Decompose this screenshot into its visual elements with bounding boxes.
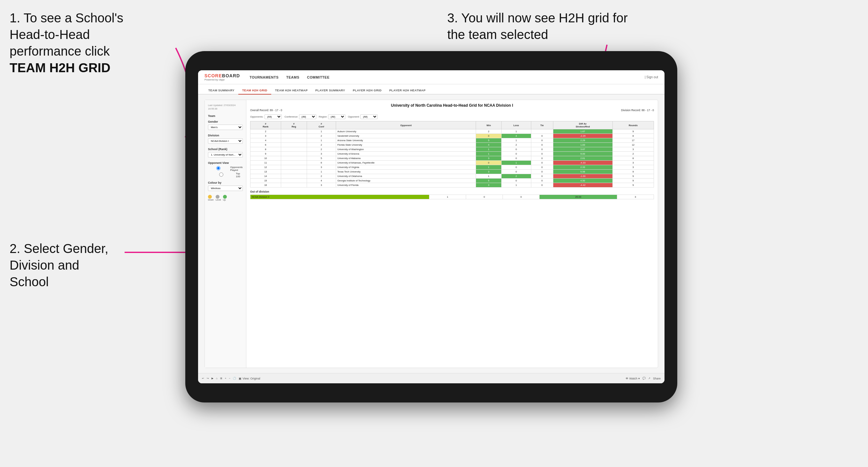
- cell-conf: 3: [307, 165, 336, 169]
- top100-radio[interactable]: Top 100: [208, 172, 243, 178]
- logo-text: SCOREBOARD: [205, 73, 240, 78]
- opponents-filter: Opponents: (All): [250, 114, 282, 119]
- cell-opponent: Texas Tech University: [336, 169, 476, 174]
- sub-nav-team-h2h-grid[interactable]: TEAM H2H GRID: [238, 87, 271, 95]
- cell-tie: 0: [531, 156, 553, 161]
- grid-icon[interactable]: ⊞: [220, 377, 222, 380]
- cell-conf: 4: [307, 179, 336, 183]
- col-diff: Diff AvStrokes/Rnd: [553, 121, 613, 129]
- sign-out[interactable]: | Sign out: [645, 75, 658, 79]
- step3-annotation: 3. You will now see H2H grid for the tea…: [447, 9, 639, 43]
- nav-tournaments[interactable]: TOURNAMENTS: [249, 74, 279, 81]
- nav-teams[interactable]: TEAMS: [286, 74, 299, 81]
- cell-conf: 2: [307, 134, 336, 138]
- clock-icon[interactable]: 🕐: [233, 377, 236, 380]
- cell-rounds: 9: [613, 183, 654, 187]
- table-row: 2 1 Auburn University 2 1 1.67 9: [250, 129, 654, 134]
- redo-icon[interactable]: ↪: [207, 377, 209, 380]
- plus-icon[interactable]: +: [225, 377, 226, 380]
- cell-reg: [281, 129, 307, 134]
- cell-loss: 4: [501, 134, 531, 138]
- home-icon[interactable]: ⌂: [216, 377, 218, 380]
- grid-title: University of North Carolina Head-to-Hea…: [250, 103, 654, 107]
- cell-rounds: 8: [613, 134, 654, 138]
- sub-nav-player-h2h-heatmap[interactable]: PLAYER H2H HEATMAP: [385, 87, 429, 95]
- cell-opponent: Arizona State University: [336, 138, 476, 143]
- cell-reg: [281, 152, 307, 156]
- comment-icon[interactable]: 💬: [643, 377, 646, 380]
- cell-diff: 2.29: [553, 138, 613, 143]
- school-select[interactable]: 1. University of Nort...: [208, 152, 243, 157]
- watch-btn[interactable]: 👁 Watch ▾: [625, 377, 640, 380]
- division-select[interactable]: NCAA Division I: [208, 138, 243, 144]
- cell-reg: [281, 147, 307, 152]
- out-div-win: 1: [429, 195, 466, 199]
- cell-rounds: 9: [613, 174, 654, 179]
- sub-nav-player-h2h-grid[interactable]: PLAYER H2H GRID: [349, 87, 385, 95]
- share-btn[interactable]: Share: [653, 377, 661, 380]
- cell-opponent: University of Arizona: [336, 152, 476, 156]
- cell-win: 2: [476, 129, 501, 134]
- cell-win: 3: [476, 169, 501, 174]
- cell-loss: 2: [501, 174, 531, 179]
- division-label: Division: [208, 134, 243, 137]
- cell-opponent: Georgia Institute of Technology: [336, 179, 476, 183]
- cell-rank: 13: [250, 169, 281, 174]
- data-table: #Rank #Reg #Conf Opponent Win Loss Tie D…: [250, 121, 654, 187]
- cell-win: 3: [476, 183, 501, 187]
- sub-nav-team-summary[interactable]: TEAM SUMMARY: [205, 87, 238, 95]
- col-rank: #Rank: [250, 121, 281, 129]
- cell-loss: 0: [501, 165, 531, 169]
- table-row: 13 1 Texas Tech University 3 0 0 5.56 9: [250, 169, 654, 174]
- undo-icon[interactable]: ↩: [202, 377, 204, 380]
- cell-reg: [281, 179, 307, 183]
- cell-rounds: 17: [613, 138, 654, 143]
- region-select[interactable]: (All): [328, 114, 345, 119]
- col-tie: Tie: [531, 121, 553, 129]
- sub-nav-team-h2h-heatmap[interactable]: TEAM H2H HEATMAP: [271, 87, 311, 95]
- logo-area: SCOREBOARD Powered by clippi: [205, 73, 240, 81]
- cell-tie: 0: [531, 183, 553, 187]
- share-icon[interactable]: ↗: [648, 377, 650, 380]
- cell-rounds: 3: [613, 165, 654, 169]
- cell-rounds: 2: [613, 152, 654, 156]
- table-row: 3 2 Vanderbilt University 0 4 0 -2.29 8: [250, 134, 654, 138]
- cell-rank: 12: [250, 165, 281, 169]
- minus-icon[interactable]: −: [229, 377, 231, 380]
- forward-icon[interactable]: ▶: [212, 377, 213, 380]
- cell-reg: [281, 161, 307, 165]
- out-div-tie: 0: [502, 195, 539, 199]
- cell-conf: 6: [307, 161, 336, 165]
- out-of-division-row: NCAA Division II 1 0 0 26.00 3: [250, 195, 654, 199]
- cell-loss: 2: [501, 143, 531, 147]
- opponent-view-group: Opponents Played Top 100: [208, 166, 243, 178]
- opponents-played-radio[interactable]: Opponents Played: [208, 166, 243, 172]
- cell-tie: 0: [531, 147, 553, 152]
- col-rounds: Rounds: [613, 121, 654, 129]
- cell-rank: 14: [250, 174, 281, 179]
- tablet-screen: SCOREBOARD Powered by clippi TOURNAMENTS…: [198, 70, 664, 383]
- conference-select[interactable]: (All): [299, 114, 316, 119]
- cell-opponent: University of Florida: [336, 183, 476, 187]
- gender-select[interactable]: Men's: [208, 125, 243, 130]
- view-original-btn[interactable]: ▣ View: Original: [239, 377, 260, 380]
- opponent-select[interactable]: (All): [360, 114, 378, 119]
- cell-win: 1: [476, 174, 501, 179]
- footer-toolbar: ↩ ↪ ▶ ⌂ ⊞ + − 🕐 ▣ View: Original 👁 Watch…: [198, 373, 664, 383]
- step1-text: 1. To see a School's Head-to-Head perfor…: [9, 11, 123, 58]
- cell-win: 0: [476, 161, 501, 165]
- nav-committee[interactable]: COMMITTEE: [307, 74, 330, 81]
- gender-label: Gender: [208, 120, 243, 123]
- opponents-select[interactable]: (All): [265, 114, 282, 119]
- cell-rounds: 3: [613, 161, 654, 165]
- cell-opponent: Florida State University: [336, 143, 476, 147]
- colour-by-select[interactable]: Win/loss: [208, 186, 243, 191]
- watch-chevron: ▾: [638, 377, 640, 380]
- table-row: 16 3 University of Florida 3 1 0 -4.42 9: [250, 183, 654, 187]
- sub-nav-player-summary[interactable]: PLAYER SUMMARY: [311, 87, 349, 95]
- cell-win: 1: [476, 165, 501, 169]
- cell-tie: 0: [531, 138, 553, 143]
- out-of-division-header: Out of division: [250, 190, 654, 193]
- cell-loss: 1: [501, 129, 531, 134]
- cell-conf: 1: [307, 169, 336, 174]
